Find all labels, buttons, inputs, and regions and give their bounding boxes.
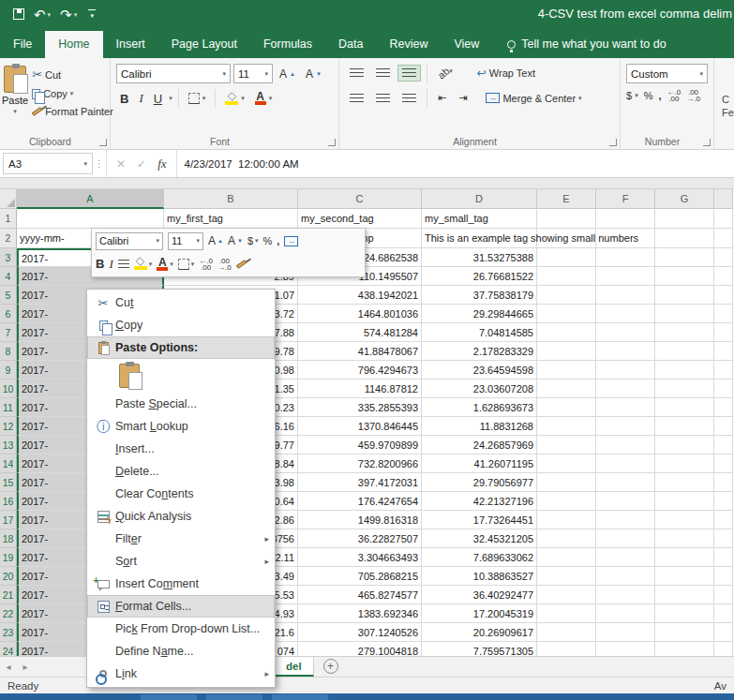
column-header-C[interactable]: C [298, 189, 422, 209]
cell-f15[interactable] [596, 473, 655, 492]
accounting-format-button[interactable]: $▾ [626, 90, 638, 101]
cell-10[interactable] [714, 380, 733, 398]
cell-f24[interactable] [596, 642, 655, 656]
row-header-6[interactable]: 6 [0, 305, 17, 323]
cell-2[interactable] [714, 229, 733, 248]
cell-g13[interactable] [655, 436, 714, 454]
cell-g3[interactable] [655, 248, 714, 267]
cell-g2[interactable] [655, 229, 714, 248]
mini-grow-font-button[interactable]: A▲ [208, 234, 223, 247]
cell-d8[interactable]: 2.178283329 [422, 342, 537, 361]
alignment-dialog-launcher[interactable] [609, 139, 617, 146]
decrease-indent-button[interactable]: ⇤ [433, 88, 451, 108]
cell-e3[interactable] [537, 248, 596, 267]
column-header-partial[interactable] [714, 189, 733, 209]
cell-f22[interactable] [596, 604, 655, 623]
cell-d17[interactable]: 17.73264451 [422, 511, 537, 529]
cell-7[interactable] [714, 323, 733, 342]
borders-button[interactable]: ▾ [185, 91, 210, 106]
align-left-button[interactable] [345, 90, 368, 107]
cell-e17[interactable] [537, 511, 596, 529]
undo-dropdown-caret[interactable]: ▾ [48, 11, 52, 18]
mini-font-size-combo[interactable]: 11▾ [168, 232, 203, 250]
cell-b1[interactable]: my_first_tag [164, 209, 298, 229]
taskbar-button[interactable] [206, 694, 262, 700]
column-header-E[interactable]: E [537, 189, 596, 209]
cell-13[interactable] [714, 436, 733, 454]
cell-c20[interactable]: 705.2868215 [298, 567, 422, 586]
cell-f17[interactable] [596, 511, 655, 529]
tab-view[interactable]: View [441, 31, 492, 58]
cell-e20[interactable] [537, 567, 596, 586]
row-header-12[interactable]: 12 [0, 417, 17, 436]
font-name-combo[interactable]: Calibri▾ [116, 64, 231, 83]
bold-button[interactable]: B [116, 90, 132, 108]
cell-a1[interactable] [17, 209, 164, 229]
mini-accounting-button[interactable]: $▾ [247, 235, 259, 246]
number-format-combo[interactable]: Custom▾ [626, 64, 708, 83]
column-header-B[interactable]: B [164, 189, 298, 209]
cell-16[interactable] [714, 492, 733, 511]
menu-item-insert-comment[interactable]: Insert Comment [87, 573, 275, 595]
mini-bold-button[interactable]: B [96, 257, 104, 271]
font-dialog-launcher[interactable] [328, 139, 336, 146]
row-header-14[interactable]: 14 [0, 454, 17, 473]
cell-c16[interactable]: 176.4247654 [298, 492, 422, 511]
sheet-tab-active[interactable]: del [274, 657, 314, 677]
cell-f8[interactable] [596, 342, 655, 361]
enter-button[interactable]: ✓ [137, 157, 146, 171]
tab-insert[interactable]: Insert [103, 31, 158, 58]
paste-icon[interactable] [119, 364, 140, 388]
row-header-16[interactable]: 16 [0, 492, 17, 511]
cell-d24[interactable]: 7.759571305 [422, 642, 537, 656]
cell-d13[interactable]: 24.26857969 [422, 436, 537, 454]
cell-c5[interactable]: 438.1942021 [298, 286, 422, 305]
tab-file[interactable]: File [0, 31, 45, 58]
cell-e4[interactable] [537, 267, 596, 286]
cell-d22[interactable]: 17.20045319 [422, 604, 537, 623]
row-header-15[interactable]: 15 [0, 473, 17, 492]
cell-f1[interactable] [596, 209, 655, 229]
cell-g22[interactable] [655, 604, 714, 623]
cell-3[interactable] [714, 248, 733, 267]
cell-9[interactable] [714, 361, 733, 380]
cell-g15[interactable] [655, 473, 714, 492]
cell-d14[interactable]: 41.26071195 [422, 454, 537, 473]
column-header-D[interactable]: D [422, 189, 537, 209]
select-all-corner[interactable] [0, 189, 17, 209]
row-header-8[interactable]: 8 [0, 342, 17, 361]
cell-e12[interactable] [537, 417, 596, 436]
cell-g17[interactable] [655, 511, 714, 529]
sheet-nav-right-arrow[interactable]: ▸ [17, 657, 34, 677]
cell-c23[interactable]: 307.1240526 [298, 623, 422, 642]
cell-e16[interactable] [537, 492, 596, 511]
row-header-11[interactable]: 11 [0, 398, 17, 417]
cell-c19[interactable]: 3.304663493 [298, 548, 422, 567]
merge-center-button[interactable]: ↔Merge & Center▾ [482, 91, 585, 106]
redo-dropdown-caret[interactable]: ▾ [74, 11, 78, 18]
taskbar-button[interactable] [141, 694, 197, 700]
cell-24[interactable] [714, 642, 733, 656]
cell-c13[interactable]: 459.9709899 [298, 436, 422, 454]
cell-g11[interactable] [655, 398, 714, 417]
menu-item-paste-options[interactable]: Paste Options: [87, 336, 275, 359]
row-header-18[interactable]: 18 [0, 529, 17, 548]
format-painter-button[interactable]: Format Painter [28, 104, 117, 119]
mini-font-name-combo[interactable]: Calibri▾ [96, 232, 163, 250]
cell-g12[interactable] [655, 417, 714, 436]
cell-g19[interactable] [655, 548, 714, 567]
cell-c14[interactable]: 732.8200966 [298, 454, 422, 473]
cell-e13[interactable] [537, 436, 596, 454]
cell-c1[interactable]: my_second_tag [298, 209, 422, 229]
column-header-A[interactable]: A [17, 189, 164, 209]
cell-18[interactable] [714, 529, 733, 548]
cell-f13[interactable] [596, 436, 655, 454]
cell-f9[interactable] [596, 361, 655, 380]
cell-d2[interactable]: This is an example tag showing small num… [422, 229, 537, 248]
menu-item-filter[interactable]: Filter▸ [87, 528, 275, 550]
cell-1[interactable] [714, 209, 733, 229]
cell-f4[interactable] [596, 267, 655, 286]
cell-e9[interactable] [537, 361, 596, 380]
cell-g20[interactable] [655, 567, 714, 586]
percent-style-button[interactable]: % [644, 90, 653, 101]
